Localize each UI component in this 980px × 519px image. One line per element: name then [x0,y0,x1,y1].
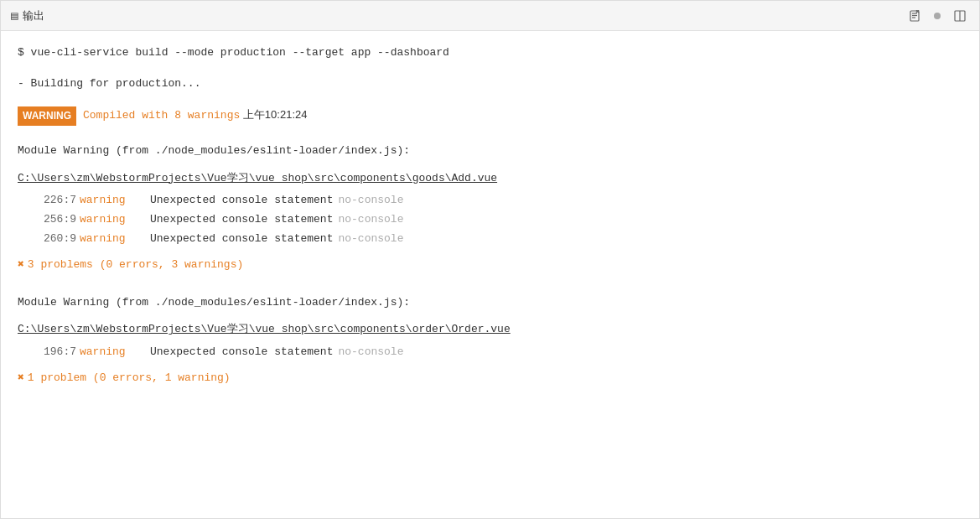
x-icon-1: ✖ [18,257,24,274]
title-actions [905,8,969,23]
warning-message: Compiled with 8 warnings 上午10:21:24 [83,106,307,125]
line-num-1: 226:7 [26,192,76,210]
section-1: Module Warning (from ./node_modules/esli… [18,143,962,274]
dot-indicator [934,13,941,19]
clear-button[interactable] [905,8,924,23]
warning-row-2: 256:9 warning Unexpected console stateme… [18,211,962,229]
section-2: Module Warning (from ./node_modules/esli… [18,294,962,387]
title-bar: ▤ 输出 [1,1,979,31]
file-link-1[interactable]: C:\Users\zm\WebstormProjects\Vue学习\vue s… [18,170,962,188]
warning-badge: WARNING [18,106,76,126]
line-num-2: 256:9 [26,211,76,229]
title-left: ▤ 输出 [11,8,44,23]
warning-row-4: 196:7 warning Unexpected console stateme… [18,344,962,361]
warning-desc-3: Unexpected console statement [150,231,333,248]
warning-label-3: warning [80,231,147,248]
warning-label-2: warning [80,211,147,229]
split-button[interactable] [951,8,969,23]
problems-line-1: ✖ 3 problems (0 errors, 3 warnings) [18,257,962,274]
rule-4: no-console [338,344,403,361]
rule-1: no-console [338,192,403,210]
build-line: - Building for production... [18,75,962,93]
line-num-4: 196:7 [26,344,76,361]
warning-desc-2: Unexpected console statement [150,211,333,229]
module-warning-2: Module Warning (from ./node_modules/esli… [18,294,962,312]
warning-label-4: warning [80,344,147,361]
x-icon-2: ✖ [18,370,24,387]
cmd-line: $ vue-cli-service build --mode productio… [18,44,962,62]
problems-text-1: 3 problems (0 errors, 3 warnings) [28,257,243,274]
module-warning-1: Module Warning (from ./node_modules/esli… [18,143,962,160]
warning-desc-4: Unexpected console statement [150,344,333,361]
title-text: 输出 [23,8,44,23]
problems-text-2: 1 problem (0 errors, 1 warning) [28,370,231,387]
warning-label-1: warning [80,192,147,210]
warning-time: 上午10:21:24 [243,108,308,121]
output-window: ▤ 输出 [0,0,980,519]
rule-2: no-console [338,211,403,229]
warning-desc-1: Unexpected console statement [150,192,333,210]
warning-header: WARNING Compiled with 8 warnings 上午10:21… [18,106,962,126]
output-content: $ vue-cli-service build --mode productio… [1,31,979,518]
output-icon: ▤ [11,8,18,23]
warning-row-1: 226:7 warning Unexpected console stateme… [18,192,962,210]
problems-line-2: ✖ 1 problem (0 errors, 1 warning) [18,370,962,387]
compiled-msg: Compiled with 8 warnings [83,109,240,122]
warning-row-3: 260:9 warning Unexpected console stateme… [18,231,962,248]
line-num-3: 260:9 [26,231,76,248]
rule-3: no-console [338,231,403,248]
file-link-2[interactable]: C:\Users\zm\WebstormProjects\Vue学习\vue s… [18,321,962,339]
